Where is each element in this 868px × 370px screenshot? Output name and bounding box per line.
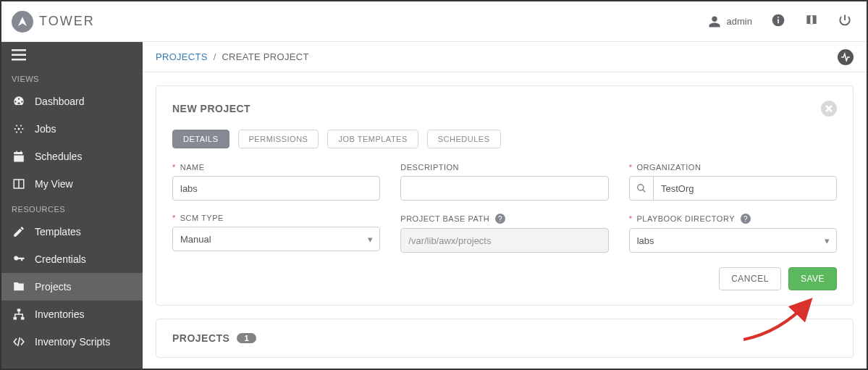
svg-rect-17: [21, 317, 25, 320]
sidebar-item-label: Templates: [35, 226, 81, 237]
columns-icon: [12, 177, 26, 190]
field-playbook-directory: *PLAYBOOK DIRECTORY? labs ▾: [629, 214, 837, 253]
sidebar-item-jobs[interactable]: Jobs: [1, 115, 143, 143]
close-icon[interactable]: [821, 101, 837, 117]
user-menu[interactable]: admin: [708, 15, 752, 28]
svg-point-12: [20, 131, 22, 133]
field-description: DESCRIPTION: [400, 163, 608, 201]
main-content: PROJECTS / CREATE PROJECT NEW PROJECT DE…: [143, 42, 867, 369]
svg-rect-1: [778, 19, 779, 23]
hamburger-icon[interactable]: [1, 42, 143, 67]
user-icon: [708, 15, 721, 28]
brand-name: TOWER: [39, 14, 95, 29]
brand[interactable]: TOWER: [12, 11, 95, 33]
required-marker: *: [172, 163, 176, 172]
sidebar-section-views: VIEWS: [1, 67, 143, 88]
activity-stream-icon[interactable]: [838, 49, 854, 65]
svg-point-21: [638, 185, 644, 190]
required-marker: *: [629, 214, 633, 223]
user-name: admin: [727, 16, 752, 27]
field-project-base-path: PROJECT BASE PATH?: [400, 214, 608, 253]
tab-permissions[interactable]: PERMISSIONS: [238, 130, 319, 148]
name-input[interactable]: [172, 176, 380, 201]
svg-point-9: [16, 125, 17, 126]
tab-details[interactable]: DETAILS: [172, 130, 229, 148]
new-project-panel: NEW PROJECT DETAILS PERMISSIONS JOB TEMP…: [156, 85, 854, 306]
scm-type-select[interactable]: Manual: [172, 227, 380, 251]
sidebar-item-inventories[interactable]: Inventories: [1, 300, 143, 328]
field-name: *NAME: [172, 163, 380, 201]
sidebar-item-label: Dashboard: [35, 96, 85, 107]
svg-point-10: [20, 125, 22, 126]
svg-line-18: [18, 337, 20, 346]
project-base-path-input: [400, 228, 608, 253]
projects-count-badge: 1: [237, 333, 256, 343]
required-marker: *: [629, 163, 633, 172]
tab-schedules[interactable]: SCHEDULES: [427, 130, 501, 148]
sidebar-item-inventory-scripts[interactable]: Inventory Scripts: [1, 328, 143, 356]
info-icon[interactable]: [771, 13, 785, 30]
save-button[interactable]: SAVE: [788, 267, 837, 290]
sidebar-item-label: Projects: [35, 281, 72, 293]
svg-point-6: [18, 128, 20, 130]
topbar: TOWER admin: [1, 1, 867, 42]
sitemap-icon: [12, 308, 26, 321]
description-input[interactable]: [400, 176, 608, 201]
required-marker: *: [172, 214, 176, 222]
pencil-icon: [12, 225, 26, 238]
sidebar-item-dashboard[interactable]: Dashboard: [1, 88, 143, 115]
organization-lookup-button[interactable]: [629, 176, 653, 201]
svg-rect-4: [12, 54, 26, 56]
calendar-icon: [12, 150, 26, 163]
brand-logo-icon: [12, 11, 33, 33]
tabs: DETAILS PERMISSIONS JOB TEMPLATES SCHEDU…: [172, 130, 837, 148]
breadcrumb-root[interactable]: PROJECTS: [156, 51, 208, 62]
code-icon: [12, 335, 26, 348]
field-organization: *ORGANIZATION: [629, 163, 837, 201]
help-icon[interactable]: ?: [741, 214, 751, 224]
field-scm-type: *SCM TYPE Manual ▾: [172, 214, 380, 253]
search-icon: [636, 183, 646, 193]
svg-rect-16: [14, 317, 17, 320]
svg-rect-3: [12, 49, 26, 51]
sidebar-item-templates[interactable]: Templates: [1, 218, 143, 245]
projects-list-title: PROJECTS: [172, 332, 229, 344]
sidebar-item-credentials[interactable]: Credentials: [1, 245, 143, 273]
sidebar-item-schedules[interactable]: Schedules: [1, 143, 143, 170]
sidebar-item-label: Inventories: [35, 308, 84, 320]
power-icon[interactable]: [838, 13, 852, 30]
docs-icon[interactable]: [804, 13, 819, 30]
help-icon[interactable]: ?: [495, 214, 505, 224]
svg-rect-2: [778, 17, 779, 18]
folder-icon: [12, 280, 26, 293]
cancel-button[interactable]: CANCEL: [719, 267, 781, 290]
svg-point-7: [14, 128, 16, 130]
sidebar-item-label: My View: [35, 178, 73, 190]
jobs-icon: [12, 122, 26, 135]
svg-point-8: [22, 128, 23, 130]
sidebar-item-label: Jobs: [35, 123, 56, 135]
sidebar: VIEWS Dashboard Jobs Schedules My View R…: [1, 42, 143, 369]
svg-rect-5: [12, 59, 26, 61]
projects-list-panel: PROJECTS 1: [156, 319, 854, 358]
sidebar-item-label: Inventory Scripts: [35, 336, 110, 348]
sidebar-item-label: Schedules: [35, 151, 82, 162]
breadcrumb-sep: /: [214, 51, 216, 62]
sidebar-item-label: Credentials: [35, 253, 86, 265]
svg-rect-15: [17, 309, 21, 312]
svg-line-22: [643, 190, 646, 193]
sidebar-item-my-view[interactable]: My View: [1, 170, 143, 198]
sidebar-item-projects[interactable]: Projects: [1, 273, 143, 300]
organization-input[interactable]: [653, 176, 837, 201]
breadcrumb: PROJECTS / CREATE PROJECT: [143, 42, 867, 72]
playbook-directory-select[interactable]: labs: [629, 228, 837, 253]
svg-point-11: [16, 131, 17, 133]
breadcrumb-current: CREATE PROJECT: [222, 51, 308, 62]
tab-job-templates[interactable]: JOB TEMPLATES: [327, 130, 418, 148]
panel-title: NEW PROJECT: [172, 103, 250, 114]
dashboard-icon: [12, 95, 26, 108]
key-icon: [12, 253, 26, 266]
sidebar-section-resources: RESOURCES: [1, 198, 143, 218]
